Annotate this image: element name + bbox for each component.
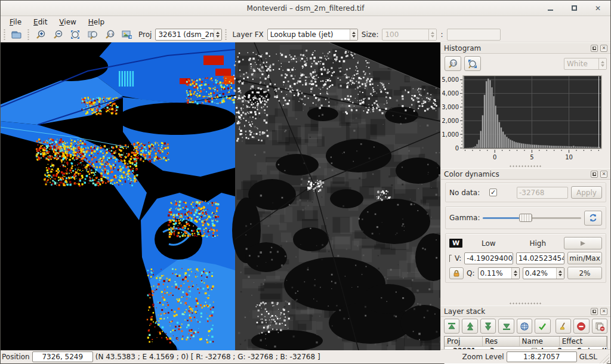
color-dynamics-panel-header: Color dynamics ✕ — [441, 168, 610, 180]
histogram-zoom-1-1-button[interactable]: 1:1 — [445, 56, 461, 71]
dock-splitter-handle[interactable] — [441, 301, 610, 306]
zoom-extent-icon — [70, 29, 81, 40]
zoom-one-to-one-button[interactable]: 1:1 — [101, 28, 118, 42]
column-header-proj[interactable]: Proj — [445, 337, 483, 346]
layer-table-header: ProjResNameEffect — [445, 337, 607, 347]
histogram-chart[interactable]: 01,0002,0003,0004,0005,0000510 — [441, 72, 610, 164]
layer-stack-panel-title: Layer stack — [444, 307, 588, 316]
quantile-row-label: Q: — [467, 269, 475, 277]
white-channel-badge: W — [449, 239, 462, 248]
gamma-label: Gamma: — [449, 214, 480, 222]
zoom-out-button[interactable] — [50, 28, 66, 42]
right-dock: Histogram ✕ 1:1 — [440, 42, 610, 349]
reproject-globe-button[interactable] — [517, 319, 532, 334]
delete-layer-button[interactable] — [573, 319, 589, 334]
channel-value: White — [564, 60, 598, 68]
title-bar: Monteverdi – dsm_2m_filtered.tif ✕ — [1, 1, 610, 16]
undock-icon[interactable] — [591, 171, 598, 178]
proj-label: Proj — [136, 30, 154, 39]
quantile-low-spinbox[interactable]: 0.11% — [478, 267, 520, 279]
menu-item-edit[interactable]: Edit — [28, 17, 53, 27]
broom-icon — [558, 322, 568, 331]
image-view-area — [1, 42, 440, 349]
close-icon[interactable]: ✕ — [594, 4, 602, 13]
spin-arrows-icon[interactable] — [556, 268, 564, 279]
status-bar: Position 7326, 5249 (N 43.5383 ; E 4.156… — [1, 349, 610, 363]
size-label: Size: — [359, 30, 381, 39]
dock-splitter-handle[interactable] — [441, 164, 610, 168]
gamma-slider-handle[interactable] — [519, 214, 532, 222]
value-high-input[interactable]: 14.02523454064 — [516, 252, 564, 264]
panel-close-icon[interactable]: ✕ — [600, 171, 607, 178]
play-icon — [580, 240, 586, 246]
histogram-plot[interactable]: 01,0002,0003,0004,0005,0000510 — [442, 73, 604, 164]
menu-item-file[interactable]: File — [4, 17, 27, 27]
delete-all-layers-button[interactable] — [592, 319, 607, 334]
zoom-level-input[interactable]: 1:8.27057 — [507, 351, 577, 362]
position-input[interactable]: 7326, 5249 — [32, 351, 93, 362]
toolbar-handle[interactable] — [27, 29, 30, 40]
gamma-slider[interactable] — [483, 214, 581, 222]
two-percent-button[interactable]: 2% — [567, 267, 602, 279]
min-max-button[interactable]: min/Max — [567, 252, 602, 264]
move-layer-to-bottom-button[interactable] — [498, 319, 514, 334]
histogram-channel-combobox: White — [564, 58, 607, 70]
menu-item-view[interactable]: View — [54, 17, 81, 27]
no-data-checkbox[interactable]: ✓ — [489, 189, 497, 196]
resize-grip[interactable] — [600, 354, 609, 363]
zoom-fit-icon — [467, 58, 478, 69]
size-extra-field — [447, 29, 501, 41]
refresh-icon — [588, 213, 598, 223]
panel-close-icon[interactable]: ✕ — [600, 45, 607, 52]
apply-all-button[interactable] — [535, 319, 550, 334]
move-layer-down-button[interactable] — [480, 319, 496, 334]
column-header-effect[interactable]: Effect — [560, 337, 607, 346]
panel-close-icon[interactable]: ✕ — [600, 308, 607, 315]
undock-icon[interactable] — [591, 308, 598, 315]
svg-text:1:1: 1:1 — [451, 61, 456, 65]
position-label: Position — [2, 353, 30, 361]
move-down-icon — [483, 322, 493, 331]
spin-arrows-icon[interactable] — [511, 268, 519, 279]
move-layer-up-button[interactable] — [462, 319, 477, 334]
open-file-button[interactable] — [8, 28, 24, 42]
svg-text:2,000: 2,000 — [442, 118, 459, 124]
svg-text:10: 10 — [565, 154, 573, 161]
gamma-reset-button[interactable] — [584, 211, 602, 226]
column-header-name[interactable]: Name — [520, 337, 560, 346]
clear-layer-button[interactable] — [556, 319, 571, 334]
toolbar-handle[interactable] — [3, 29, 6, 40]
combo-arrows-icon — [598, 58, 606, 69]
svg-text:4,000: 4,000 — [442, 90, 459, 97]
proj-value: 32631 (dsm_2m — [156, 30, 214, 39]
size-spinbox: 100 — [382, 29, 437, 41]
menu-item-help[interactable]: Help — [83, 17, 110, 27]
proj-combobox[interactable]: 32631 (dsm_2m — [155, 29, 222, 41]
link-bracket-icon — [449, 255, 452, 262]
zoom-1-1-icon: 1:1 — [104, 29, 115, 40]
quantile-high-spinbox[interactable]: 0.42% — [523, 267, 564, 279]
histogram-zoom-fit-button[interactable] — [464, 56, 481, 71]
move-layer-to-top-button[interactable] — [444, 319, 459, 334]
value-low-input[interactable]: -4.19029400586 — [464, 252, 513, 264]
quantile-lock-button[interactable] — [449, 267, 464, 279]
menu-bar: FileEditViewHelp — [1, 16, 610, 27]
no-data-label: No data: — [449, 189, 486, 197]
histogram-toolbar: 1:1 White — [441, 54, 610, 72]
zoom-to-extent-button[interactable] — [67, 28, 83, 42]
screenshot-button[interactable] — [119, 28, 135, 42]
checkmark-icon — [538, 322, 547, 331]
renderer-label: GLSL — [579, 353, 597, 361]
maximize-icon[interactable] — [570, 4, 578, 13]
minimize-icon[interactable] — [546, 4, 554, 13]
combo-arrows-icon — [350, 29, 357, 40]
zoom-in-button[interactable] — [32, 28, 48, 42]
zoom-to-full-resolution-button[interactable] — [84, 28, 100, 42]
layer-fx-combobox[interactable]: Lookup table (jet) — [267, 29, 358, 41]
column-header-res[interactable]: Res — [483, 337, 520, 346]
toolbar-handle[interactable] — [224, 29, 227, 40]
image-view-canvas[interactable] — [1, 42, 440, 350]
delete-icon — [576, 322, 586, 331]
app-window: Monteverdi – dsm_2m_filtered.tif ✕ FileE… — [0, 0, 611, 364]
undock-icon[interactable] — [591, 45, 598, 52]
